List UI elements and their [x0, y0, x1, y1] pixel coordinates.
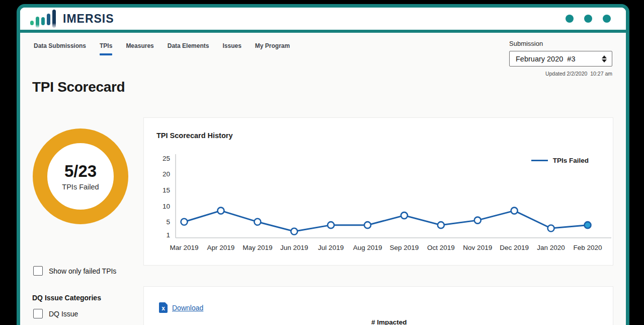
- tpi-ratio-caption: TPIs Failed: [62, 183, 99, 191]
- svg-text:10: 10: [163, 203, 170, 210]
- show-only-failed-label: Show only failed TPIs: [49, 267, 116, 275]
- tpi-ratio: 5/23: [64, 162, 97, 181]
- tab-tpis[interactable]: TPIs: [100, 42, 112, 55]
- submission-select[interactable]: February 2020 #3: [509, 51, 612, 67]
- svg-text:Jan 2020: Jan 2020: [537, 244, 565, 251]
- tab-issues[interactable]: Issues: [222, 42, 241, 55]
- svg-text:Oct 2019: Oct 2019: [427, 244, 455, 251]
- submission-updated-text: Updated 2/2/2020 10:27 am: [509, 71, 612, 77]
- submission-label: Submission: [509, 40, 543, 47]
- download-link-label: Download: [172, 304, 203, 312]
- dq-issue-checkbox[interactable]: [33, 309, 43, 318]
- impacted-column-header: # Impacted: [371, 318, 407, 325]
- svg-text:Nov 2019: Nov 2019: [463, 244, 492, 251]
- download-link[interactable]: x Download: [159, 302, 203, 313]
- tab-data-submissions[interactable]: Data Submissions: [34, 42, 86, 55]
- excel-file-icon: x: [159, 302, 168, 313]
- submission-selected-value: February 2020 #3: [516, 55, 576, 63]
- svg-text:20: 20: [163, 170, 170, 178]
- screen: IMERSIS Data Submissions TPIs Measures D…: [0, 0, 644, 325]
- main-nav: Data Submissions TPIs Measures Data Elem…: [34, 42, 290, 55]
- history-chart-card: TPI Scorecard History TPIs Failed 252015…: [143, 117, 613, 266]
- page-content: Data Submissions TPIs Measures Data Elem…: [0, 0, 644, 325]
- tab-measures[interactable]: Measures: [126, 42, 153, 55]
- select-arrows-icon: [602, 55, 607, 62]
- svg-text:5: 5: [166, 218, 170, 226]
- details-card: x Download # Impacted: [143, 286, 613, 325]
- show-only-failed-row: Show only failed TPIs: [33, 266, 116, 276]
- svg-text:Mar 2019: Mar 2019: [170, 244, 198, 251]
- svg-text:May 2019: May 2019: [243, 244, 272, 251]
- svg-text:Aug 2019: Aug 2019: [353, 244, 382, 251]
- svg-text:Jun 2019: Jun 2019: [280, 244, 308, 251]
- svg-text:Jul 2019: Jul 2019: [318, 244, 344, 251]
- dq-issue-row: DQ Issue: [33, 309, 78, 318]
- dq-issue-categories-heading: DQ Issue Categories: [32, 294, 101, 302]
- svg-text:Sep 2019: Sep 2019: [390, 244, 419, 251]
- svg-text:Feb 2020: Feb 2020: [573, 244, 602, 251]
- svg-text:15: 15: [163, 186, 170, 194]
- show-only-failed-checkbox[interactable]: [33, 266, 43, 276]
- tpi-donut-chart: 5/23 TPIs Failed: [33, 128, 128, 224]
- svg-text:Apr 2019: Apr 2019: [207, 244, 235, 251]
- tab-my-program[interactable]: My Program: [255, 42, 290, 55]
- history-line-chart: 2520151051Mar 2019Apr 2019May 2019Jun 20…: [144, 151, 612, 256]
- tab-data-elements[interactable]: Data Elements: [168, 42, 209, 55]
- svg-text:Dec 2019: Dec 2019: [500, 244, 529, 251]
- svg-text:1: 1: [166, 231, 170, 239]
- dq-issue-label: DQ Issue: [49, 310, 78, 318]
- svg-text:25: 25: [163, 155, 170, 162]
- chart-title: TPI Scorecard History: [156, 132, 233, 140]
- page-title: TPI Scorecard: [32, 79, 125, 95]
